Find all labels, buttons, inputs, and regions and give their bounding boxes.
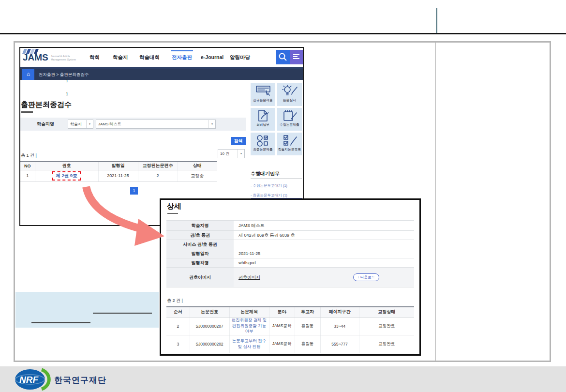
detail-row: 권호이미지 권호이미지 ↓ 다운로드 [166,268,414,287]
col-page-range: 페이지구간 [320,307,359,317]
col-date: 발행일 [98,162,138,170]
detail-row: 발행처명 whtlsgod [166,258,414,268]
detail-label: 발행처명 [166,258,234,268]
breadcrumb: 전자출판 > 출판본최종검수 [39,69,89,80]
header-search-button[interactable] [276,50,290,64]
detail-value [234,240,414,249]
cell-field: JAMS공학 [269,335,295,353]
pending-tasks-title: 수행대기업무 [251,170,280,177]
nrf-org-name: 한국연구재단 [54,375,106,386]
page-title: 출판본최종검수 [21,100,72,109]
stray-mark-2: 1 [66,91,68,96]
cell-no: 1 [20,170,35,181]
col-no: NO [20,162,35,170]
jams-logo-text: JAMS [23,52,48,63]
nav-item-journal[interactable]: 학술지 [113,54,128,61]
nav-item-ejournal[interactable]: e-Journal [201,54,223,60]
chevron-down-icon: ▼ [209,120,215,128]
issue-detail-table: 학술지명 JAMS 테스트 권/호 통권 제 042권 869호 통권 6039… [166,220,414,287]
issue-table-header-row: NO 권호 발행일 교정된논문편수 상태 [20,162,217,170]
download-button[interactable]: ↓ 다운로드 [353,273,379,281]
jams-logo-subtitle-line1: Journal & Article [51,55,76,58]
detail-label: 서비스 권/호 통권 [166,240,234,249]
search-icon [276,50,290,64]
journal-type-select[interactable]: 학술지 ▼ [68,120,93,129]
frame-column-divider [435,43,436,361]
page-title-underline [21,111,33,113]
search-button[interactable]: 검색 [231,137,246,145]
articles-total-count: 총 2 건 | [167,298,183,304]
note-highlight-box [15,292,159,328]
detail-value: 2021-11-25 [234,249,414,258]
page-size-select[interactable]: 10 건 ▼ [218,149,245,158]
col-author: 투고자 [295,307,320,317]
col-correction-status: 교정상태 [359,307,414,317]
paper-title-link[interactable]: 논문투고부터 접수 및 심사 진행 [231,338,268,349]
col-corrected-count: 교정된논문편수 [138,162,178,170]
header-menu-button[interactable] [290,50,303,64]
paper-title-link[interactable]: 편집위원장 결제 및 편집위원총괄 기능여부 [231,317,268,334]
journal-type-value: 학술지 [70,120,85,128]
cell-order: 2 [166,317,190,335]
journal-name-value: JAMS 테스트 [98,120,208,128]
cell-correction-status: 교정완료 [359,335,414,353]
lightbulb-pen-icon [282,85,298,97]
quickmenu-journal-paper-list[interactable]: 학술지논문목록 [277,133,302,155]
journal-name-select[interactable]: JAMS 테스트 ▼ [96,120,216,129]
cell-page-range: 555~777 [320,335,359,353]
nav-item-conference[interactable]: 학술대회 [139,54,160,61]
detail-value: whtlsgod [234,258,414,268]
pending-item-final-wait[interactable]: - 최종논문투고대기 (1) [251,193,287,198]
nav-item-epublish-active[interactable]: 전자출판 [172,54,192,61]
detail-row: 서비스 권/호 통권 [166,240,414,249]
home-icon[interactable]: ⌂ [22,69,34,80]
quickmenu-new-submission[interactable]: 신규논문제출 [251,83,275,106]
checklist-pen-icon [282,134,298,147]
keyboard-icon [255,85,271,97]
pending-tasks-divider [251,179,302,179]
chevron-down-icon: ▼ [238,150,244,158]
quickmenu-final-submission[interactable]: 최종논문제출 [251,133,275,155]
document-feather-icon [255,109,271,122]
jams-logo-subtitle-line2: Management System [51,58,76,61]
quickmenu-label: 신규논문제출 [251,98,275,103]
issue-image-link[interactable]: 권호이미지 [238,275,260,280]
active-tab-indicator [171,50,193,51]
callout-arrow [62,178,171,248]
nav-item-society[interactable]: 학회 [89,54,100,61]
cell-correction-status: 교정완료 [359,317,414,335]
page-size-value: 10 건 [220,150,237,158]
detail-label: 권호이미지 [166,268,234,287]
cell-order: 3 [166,335,190,353]
detail-row: 발행일자 2021-11-25 [166,249,414,258]
articles-header-row: 순서 논문번호 논문제목 분야 투고자 페이지구간 교정상태 [166,307,414,317]
menu-icon [293,58,299,59]
top-horizontal-rule [0,33,566,34]
menu-icon [293,56,298,57]
page-footer: NRF 한국연구재단 [0,366,566,392]
stray-mark-1: 1 [66,78,68,83]
volume-link[interactable]: 제 2권 9호 [56,173,77,178]
menu-icon [293,54,299,55]
nav-item-notice[interactable]: 알림마당 [230,54,250,61]
quickmenu-fee-payment[interactable]: 회비납부 [251,108,275,131]
col-order: 순서 [166,307,190,317]
detail-value: 권호이미지 ↓ 다운로드 [234,268,414,287]
detail-row: 학술지명 JAMS 테스트 [166,221,414,231]
detail-label: 학술지명 [166,221,234,231]
nav-item-epublish-label: 전자출판 [172,54,192,60]
detail-label: 발행일자 [166,249,234,258]
nrf-logo-text: NRF [19,375,39,385]
col-volume: 권호 [35,162,98,170]
faces-check-icon [255,134,271,147]
quickmenu-paper-review[interactable]: 논문심사 [277,83,302,106]
note-underline-1 [93,313,152,314]
article-row: 3 SJ0000000202 논문투고부터 접수 및 심사 진행 JAMS공학 … [166,335,414,353]
pending-item-revised-wait[interactable]: - 수정논문투고대기 (1) [251,183,287,188]
col-paper-number: 논문번호 [190,307,229,317]
cell-status: 교정중 [178,170,217,181]
col-paper-title: 논문제목 [229,307,269,317]
quickmenu-revised-submission[interactable]: 수정논문제출 [277,108,302,131]
cell-paper-title: 논문투고부터 접수 및 심사 진행 [229,335,269,353]
note-underline-2 [31,322,90,323]
